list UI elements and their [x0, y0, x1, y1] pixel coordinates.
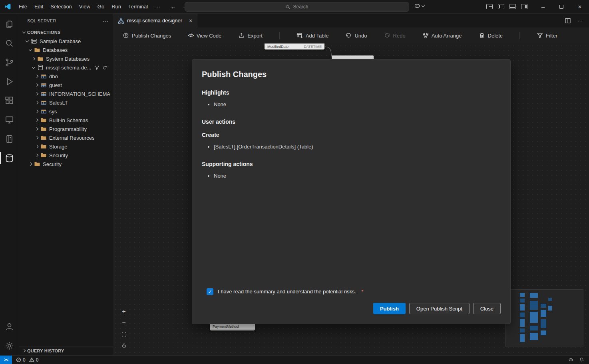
vscode-logo-icon [0, 3, 15, 10]
auto-arrange-icon [422, 32, 429, 39]
copilot-status-icon[interactable] [568, 357, 573, 362]
zoom-out-button[interactable]: − [120, 319, 128, 327]
minimize-button[interactable]: – [534, 0, 552, 13]
tree-item-programmability[interactable]: Programmability [19, 125, 113, 133]
sidebar-more-actions[interactable]: ··· [103, 18, 109, 24]
list-item: None [214, 172, 510, 180]
sidebar-sql-server: SQL SERVER ··· CONNECTIONS Sample Databa… [19, 14, 113, 355]
publish-changes-button[interactable]: Publish Changes [123, 32, 171, 39]
table-node-fragment[interactable]: ModifiedDate DATETIME [265, 44, 324, 49]
source-control-icon [5, 58, 14, 67]
tree-item-sys[interactable]: sys [19, 107, 113, 116]
tree-item-built-in-schemas[interactable]: Built-in Schemas [19, 116, 113, 125]
menu-run[interactable]: Run [108, 2, 125, 12]
remote-indicator[interactable]: >< [0, 356, 12, 364]
add-table-button[interactable]: Add Table [296, 32, 329, 39]
export-button[interactable]: Export [238, 32, 263, 39]
maximize-icon [559, 5, 563, 9]
back-icon[interactable]: ← [170, 3, 176, 10]
auto-arrange-button[interactable]: Auto Arrange [422, 32, 462, 39]
copilot-menu[interactable] [414, 3, 425, 9]
refresh-icon[interactable] [102, 65, 107, 70]
activitybar-account[interactable] [0, 317, 19, 336]
schema-icon [40, 91, 47, 97]
risk-acknowledgement-checkbox[interactable]: ✓ [207, 288, 213, 295]
filter-icon[interactable] [94, 65, 99, 70]
extensions-icon [5, 96, 14, 105]
minimap[interactable] [505, 289, 583, 347]
folder-icon [34, 47, 41, 53]
toggle-secondary-sidebar-icon[interactable] [521, 4, 527, 9]
search-icon [5, 39, 14, 48]
chevron-right-icon [21, 348, 27, 354]
tree-item-guest[interactable]: guest [19, 81, 113, 89]
menu-file[interactable]: File [15, 2, 31, 12]
maximize-button[interactable] [552, 0, 571, 13]
editor-more-actions[interactable]: ··· [577, 18, 583, 24]
status-bar: >< 0 0 [0, 355, 589, 364]
chevron-right-icon [34, 73, 40, 79]
supporting-list: None [192, 172, 510, 180]
bell-icon[interactable] [579, 357, 584, 362]
delete-button[interactable]: Delete [479, 32, 503, 39]
activitybar-explorer[interactable] [0, 14, 19, 34]
activitybar-database-projects[interactable] [0, 129, 19, 148]
remote-explorer-icon [5, 115, 14, 125]
publish-button[interactable]: Publish [373, 303, 406, 314]
problems-status[interactable]: 0 0 [16, 357, 40, 363]
highlights-heading: Highlights [202, 89, 501, 96]
activitybar-source-control[interactable] [0, 53, 19, 72]
open-publish-script-button[interactable]: Open Publish Script [409, 303, 470, 314]
redo-button[interactable]: Redo [384, 32, 406, 39]
close-window-button[interactable]: × [571, 0, 589, 13]
table-node-fragment[interactable]: PaymentMethod [210, 323, 255, 330]
activitybar-run-debug[interactable] [0, 72, 19, 91]
folder-icon [34, 161, 41, 167]
files-icon [5, 20, 14, 29]
activitybar-remote-explorer[interactable] [0, 110, 19, 129]
zoom-in-button[interactable]: + [120, 308, 128, 316]
customize-layout-icon[interactable] [486, 4, 493, 9]
toggle-panel-icon[interactable] [509, 4, 516, 9]
activitybar-extensions[interactable] [0, 91, 19, 110]
search-placeholder: Search [293, 4, 308, 10]
activitybar-settings[interactable] [0, 336, 19, 355]
chevron-right-icon [34, 117, 40, 123]
undo-button[interactable]: Undo [345, 32, 367, 39]
tab-mssql-schema-designer[interactable]: mssql-schema-designer × [113, 14, 197, 28]
schema-icon [40, 73, 47, 79]
split-editor-icon[interactable] [565, 18, 571, 24]
query-history-section[interactable]: QUERY HISTORY [19, 346, 113, 355]
tree-item-security[interactable]: Security [19, 160, 113, 168]
menu-edit[interactable]: Edit [31, 2, 47, 12]
list-item: [SalesLT].[OrderTransactionDetails] (Tab… [214, 143, 510, 150]
tree-item-security-schema[interactable]: Security [19, 151, 113, 160]
zoom-fit-button[interactable] [120, 330, 128, 338]
tree-item-dbo[interactable]: dbo [19, 72, 113, 81]
activitybar-sql-server[interactable] [0, 148, 19, 168]
menu-go[interactable]: Go [94, 2, 108, 12]
menu-terminal[interactable]: Terminal [125, 2, 151, 12]
tree-item-storage[interactable]: Storage [19, 142, 113, 151]
tree-item-external-resources[interactable]: External Resources [19, 133, 113, 142]
close-button[interactable]: Close [473, 303, 501, 314]
lock-canvas-button[interactable] [120, 341, 128, 349]
tree-item-saleslt[interactable]: SalesLT [19, 98, 113, 107]
toggle-sidebar-icon[interactable] [498, 4, 504, 9]
tree-item-databases[interactable]: Databases [19, 46, 113, 54]
tab-close-icon[interactable]: × [189, 18, 192, 24]
redo-icon [384, 32, 390, 39]
tree-item-information-schema[interactable]: INFORMATION_SCHEMA [19, 89, 113, 98]
search-box[interactable]: Search [185, 2, 409, 12]
tree-item-sample-database[interactable]: Sample Database [19, 37, 113, 46]
tree-item-mssql-schema-designer-db[interactable]: mssql-schema-de... [19, 63, 113, 72]
tree-item-system-databases[interactable]: System Databases [19, 54, 113, 63]
menu-view[interactable]: View [76, 2, 94, 12]
highlights-list: None [192, 101, 510, 108]
menu-selection[interactable]: Selection [47, 2, 75, 12]
filter-button[interactable]: Filter [537, 32, 557, 39]
tree-section-connections[interactable]: CONNECTIONS [19, 28, 113, 37]
menu-more[interactable]: ··· [151, 2, 164, 12]
activitybar-search[interactable] [0, 34, 19, 53]
view-code-button[interactable]: </> View Code [188, 33, 221, 39]
